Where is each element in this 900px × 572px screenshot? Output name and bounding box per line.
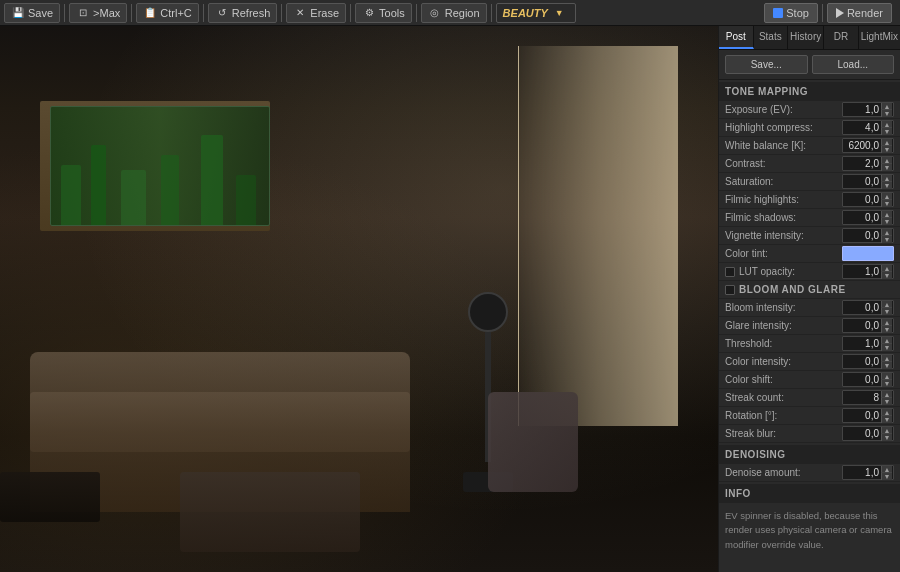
prop-filmicshadows-value[interactable]: 0,0 ▲ ▼ bbox=[842, 210, 894, 225]
prop-denoise: Denoise amount: 1,0 ▲ ▼ bbox=[719, 464, 900, 482]
prop-contrast-value[interactable]: 2,0 ▲ ▼ bbox=[842, 156, 894, 171]
save-button[interactable]: 💾 Save bbox=[4, 3, 60, 23]
prop-filmichighlights-value[interactable]: 0,0 ▲ ▼ bbox=[842, 192, 894, 207]
prop-contrast: Contrast: 2,0 ▲ ▼ bbox=[719, 155, 900, 173]
prop-glareintensity-label: Glare intensity: bbox=[725, 320, 842, 331]
prop-rotation-value[interactable]: 0,0 ▲ ▼ bbox=[842, 408, 894, 423]
prop-whitebalance-up[interactable]: ▲ bbox=[881, 139, 892, 146]
prop-colorintensity-up[interactable]: ▲ bbox=[881, 355, 892, 362]
prop-vignette-label: Vignette intensity: bbox=[725, 230, 842, 241]
prop-exposure-value[interactable]: 1,0 ▲ ▼ bbox=[842, 102, 894, 117]
prop-saturation: Saturation: 0,0 ▲ ▼ bbox=[719, 173, 900, 191]
prop-glareintensity-up[interactable]: ▲ bbox=[881, 319, 892, 326]
prop-exposure: Exposure (EV): 1,0 ▲ ▼ bbox=[719, 101, 900, 119]
refresh-button[interactable]: ↺ Refresh bbox=[208, 3, 278, 23]
prop-streakblur-down[interactable]: ▼ bbox=[881, 434, 892, 441]
prop-threshold-up[interactable]: ▲ bbox=[881, 337, 892, 344]
tab-dr[interactable]: DR bbox=[824, 26, 859, 49]
prop-threshold-down[interactable]: ▼ bbox=[881, 344, 892, 351]
save-load-row: Save... Load... bbox=[719, 50, 900, 80]
panel-load-button[interactable]: Load... bbox=[812, 55, 895, 74]
prop-colorintensity-down[interactable]: ▼ bbox=[881, 362, 892, 369]
prop-denoise-up[interactable]: ▲ bbox=[881, 466, 892, 473]
prop-filmicshadows-down[interactable]: ▼ bbox=[881, 218, 892, 225]
prop-streakcount-down[interactable]: ▼ bbox=[881, 398, 892, 405]
ottoman bbox=[180, 472, 360, 552]
prop-highlight-up[interactable]: ▲ bbox=[881, 121, 892, 128]
prop-highlight-spinners: ▲ ▼ bbox=[881, 121, 892, 134]
prop-glareintensity-down[interactable]: ▼ bbox=[881, 326, 892, 333]
prop-colorshift-up[interactable]: ▲ bbox=[881, 373, 892, 380]
render-button[interactable]: Render bbox=[827, 3, 892, 23]
render-label: Render bbox=[847, 7, 883, 19]
prop-whitebalance: White balance [K]: 6200,0 ▲ ▼ bbox=[719, 137, 900, 155]
prop-filmicshadows-up[interactable]: ▲ bbox=[881, 211, 892, 218]
prop-bloomintensity-down[interactable]: ▼ bbox=[881, 308, 892, 315]
prop-streakcount-value[interactable]: 8 ▲ ▼ bbox=[842, 390, 894, 405]
region-button[interactable]: ◎ Region bbox=[421, 3, 487, 23]
prop-glareintensity-value[interactable]: 0,0 ▲ ▼ bbox=[842, 318, 894, 333]
prop-exposure-up[interactable]: ▲ bbox=[881, 103, 892, 110]
prop-denoise-down[interactable]: ▼ bbox=[881, 473, 892, 480]
prop-bloomintensity: Bloom intensity: 0,0 ▲ ▼ bbox=[719, 299, 900, 317]
prop-saturation-spinners: ▲ ▼ bbox=[881, 175, 892, 188]
tab-lightmix[interactable]: LightMix bbox=[859, 26, 900, 49]
tools-button[interactable]: ⚙ Tools bbox=[355, 3, 412, 23]
refresh-label: Refresh bbox=[232, 7, 271, 19]
prop-saturation-value[interactable]: 0,0 ▲ ▼ bbox=[842, 174, 894, 189]
toolbar-sep-6 bbox=[416, 4, 417, 22]
prop-vignette-down[interactable]: ▼ bbox=[881, 236, 892, 243]
prop-denoise-value[interactable]: 1,0 ▲ ▼ bbox=[842, 465, 894, 480]
prop-lut-value[interactable]: 1,0 ▲ ▼ bbox=[842, 264, 894, 279]
tab-stats[interactable]: Stats bbox=[754, 26, 789, 49]
panel-save-button[interactable]: Save... bbox=[725, 55, 808, 74]
prop-filmicshadows: Filmic shadows: 0,0 ▲ ▼ bbox=[719, 209, 900, 227]
prop-highlight-value[interactable]: 4,0 ▲ ▼ bbox=[842, 120, 894, 135]
erase-button[interactable]: ✕ Erase bbox=[286, 3, 346, 23]
prop-whitebalance-down[interactable]: ▼ bbox=[881, 146, 892, 153]
aquarium bbox=[50, 106, 270, 226]
prop-filmichighlights-up[interactable]: ▲ bbox=[881, 193, 892, 200]
prop-contrast-up[interactable]: ▲ bbox=[881, 157, 892, 164]
ctrlc-button[interactable]: 📋 Ctrl+C bbox=[136, 3, 198, 23]
prop-threshold-value[interactable]: 1,0 ▲ ▼ bbox=[842, 336, 894, 351]
prop-lut-down[interactable]: ▼ bbox=[881, 272, 892, 279]
prop-streakblur-value[interactable]: 0,0 ▲ ▼ bbox=[842, 426, 894, 441]
prop-lut-up[interactable]: ▲ bbox=[881, 265, 892, 272]
prop-exposure-down[interactable]: ▼ bbox=[881, 110, 892, 117]
prop-bloomintensity-up[interactable]: ▲ bbox=[881, 301, 892, 308]
stop-button[interactable]: Stop bbox=[764, 3, 818, 23]
prop-filmichighlights-down[interactable]: ▼ bbox=[881, 200, 892, 207]
prop-rotation-up[interactable]: ▲ bbox=[881, 409, 892, 416]
prop-rotation-spinners: ▲ ▼ bbox=[881, 409, 892, 422]
maxmode-button[interactable]: ⊡ >Max bbox=[69, 3, 127, 23]
prop-saturation-down[interactable]: ▼ bbox=[881, 182, 892, 189]
prop-exposure-spinners: ▲ ▼ bbox=[881, 103, 892, 116]
maxmode-label: >Max bbox=[93, 7, 120, 19]
prop-colorshift-down[interactable]: ▼ bbox=[881, 380, 892, 387]
prop-rotation-down[interactable]: ▼ bbox=[881, 416, 892, 423]
prop-vignette-up[interactable]: ▲ bbox=[881, 229, 892, 236]
tab-post[interactable]: Post bbox=[719, 26, 754, 49]
prop-highlight-down[interactable]: ▼ bbox=[881, 128, 892, 135]
viewport[interactable] bbox=[0, 26, 718, 572]
prop-colortint-swatch[interactable] bbox=[842, 246, 894, 261]
tab-history[interactable]: History bbox=[788, 26, 824, 49]
prop-whitebalance-value[interactable]: 6200,0 ▲ ▼ bbox=[842, 138, 894, 153]
prop-colorintensity-value[interactable]: 0,0 ▲ ▼ bbox=[842, 354, 894, 369]
prop-colorshift-value[interactable]: 0,0 ▲ ▼ bbox=[842, 372, 894, 387]
prop-contrast-down[interactable]: ▼ bbox=[881, 164, 892, 171]
stop-label: Stop bbox=[786, 7, 809, 19]
prop-streakcount-up[interactable]: ▲ bbox=[881, 391, 892, 398]
prop-vignette-value[interactable]: 0,0 ▲ ▼ bbox=[842, 228, 894, 243]
prop-bloomintensity-value[interactable]: 0,0 ▲ ▼ bbox=[842, 300, 894, 315]
lut-checkbox[interactable] bbox=[725, 267, 735, 277]
prop-saturation-up[interactable]: ▲ bbox=[881, 175, 892, 182]
prop-colorintensity-label: Color intensity: bbox=[725, 356, 842, 367]
prop-streakblur-up[interactable]: ▲ bbox=[881, 427, 892, 434]
prop-exposure-label: Exposure (EV): bbox=[725, 104, 842, 115]
prop-denoise-spinners: ▲ ▼ bbox=[881, 466, 892, 479]
bloom-checkbox[interactable] bbox=[725, 285, 735, 295]
prop-streakblur-spinners: ▲ ▼ bbox=[881, 427, 892, 440]
beauty-dropdown[interactable]: BEAUTY ▼ bbox=[496, 3, 576, 23]
